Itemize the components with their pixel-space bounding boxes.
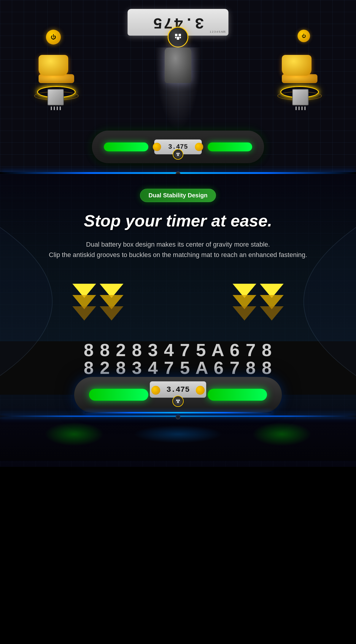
subtext: Dual battery box design makes its center… [0, 239, 356, 260]
green-pad-left-bottom[interactable] [104, 142, 148, 151]
arrow-group-left [72, 284, 123, 318]
mini-gan-svg [175, 152, 181, 157]
switch-shape-left [47, 89, 64, 105]
pin-r4 [304, 107, 306, 110]
power-icon-right-top: ⏻ [302, 34, 306, 38]
headline: Stop your timer at ease. [0, 211, 356, 230]
arrow-group-right [233, 284, 284, 318]
gan-logo-svg [173, 31, 183, 42]
power-icon-left-top: ⏻ [51, 34, 56, 40]
floor-glow-right [252, 422, 312, 446]
svg-rect-6 [178, 153, 179, 154]
mini-power-right [195, 143, 203, 151]
switch-right [292, 89, 309, 110]
svg-rect-8 [176, 400, 177, 401]
bottom-timer-wrapper: 8 8 2 8 3 4 7 5 A 6 7 8 8 2 8 3 4 7 5 A … [0, 341, 356, 413]
svg-rect-9 [178, 400, 179, 401]
mini-power-left [153, 143, 161, 151]
feature-badge-label: Dual Stability Design [149, 192, 208, 199]
arrow-col-r2 [260, 284, 284, 318]
arrows-row [0, 272, 356, 335]
pin-r1 [295, 107, 297, 110]
arrow-l1-3 [72, 306, 96, 321]
subtext-line1: Dual battery box design makes its center… [86, 241, 270, 248]
arrow-l2-3 [100, 306, 123, 321]
svg-rect-7 [177, 154, 179, 156]
pin-r3 [301, 107, 303, 110]
pin-2 [54, 107, 55, 110]
pin-4 [60, 107, 61, 110]
arrow-col-l1 [72, 284, 96, 318]
switch-pins-left [47, 107, 64, 110]
svg-rect-2 [177, 37, 179, 40]
switch-left [47, 89, 64, 110]
top-section: 3.475 1 2 3 4 5 A05 ⏻ ⏻ [0, 0, 356, 172]
pin-r2 [298, 107, 300, 110]
power-button-left-top[interactable]: ⏻ [46, 30, 61, 45]
switch-pins-right [292, 107, 309, 110]
center-knob [165, 47, 191, 83]
svg-rect-1 [179, 34, 181, 36]
svg-rect-3 [175, 37, 177, 38]
content-center: Dual Stability Design Stop your timer at… [0, 189, 356, 260]
main-gan-svg [175, 398, 181, 404]
arrow-r2-3 [260, 306, 284, 321]
arrow-r1-3 [233, 306, 256, 321]
knob-shape-right [282, 55, 312, 76]
power-button-right-top[interactable]: ⏻ [298, 30, 310, 42]
pin-3 [57, 107, 58, 110]
pin-1 [51, 107, 52, 110]
svg-rect-0 [175, 34, 177, 36]
knob-shape-left [39, 55, 68, 76]
svg-rect-4 [179, 37, 181, 38]
svg-rect-10 [177, 401, 179, 403]
svg-rect-5 [177, 153, 178, 154]
knob-left [39, 55, 74, 83]
main-gan-logo [172, 396, 184, 407]
bottom-section: Dual Stability Design Stop your timer at… [0, 174, 356, 467]
timer-device-main: 3.475 [74, 377, 282, 413]
subtext-line2: Clip the antiskid grooves to buckles on … [49, 251, 307, 258]
floor-area [0, 419, 356, 461]
floor-glow-left [44, 422, 104, 446]
main-green-pad-right[interactable] [208, 389, 267, 401]
knob-right [282, 55, 317, 83]
blue-line-main [85, 412, 271, 413]
main-display-text: 3.475 [166, 385, 190, 394]
feature-badge: Dual Stability Design [140, 189, 216, 202]
arrow-col-r1 [233, 284, 256, 318]
floor-glow-center [134, 425, 223, 443]
main-green-pad-left[interactable] [89, 389, 148, 401]
arrow-col-l2 [100, 284, 123, 318]
green-pad-right-bottom[interactable] [208, 142, 252, 151]
gan-logo-top [168, 27, 188, 47]
timer-device-bottom: 3.475 [92, 131, 264, 163]
gan-text-top [173, 31, 183, 43]
switch-shape-right [292, 89, 309, 105]
mini-gan-logo [173, 149, 183, 160]
display-subtext: 1 2 3 4 5 A05 [210, 30, 225, 33]
